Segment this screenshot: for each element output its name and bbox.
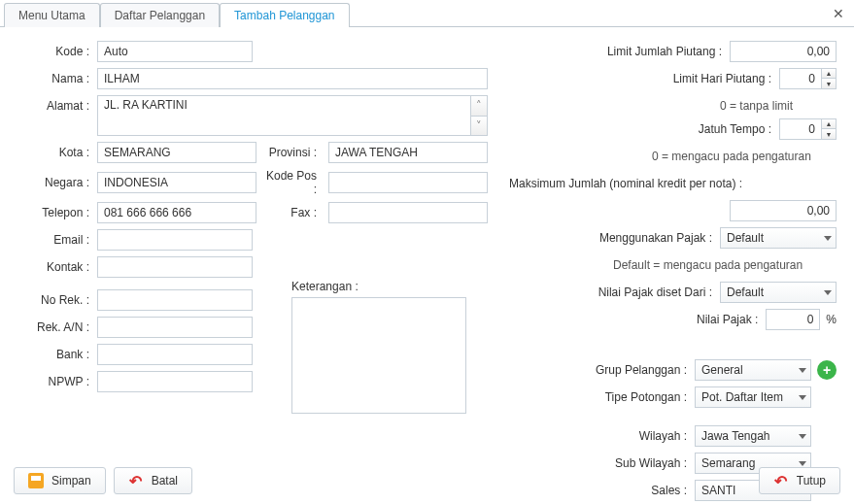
wilayah-label: Wilayah : [639, 429, 695, 443]
left-column: Kode : Nama : Alamat : JL. RA KARTINI ˄ … [17, 41, 488, 454]
limit-hari-spinner[interactable]: ▲ ▼ [779, 68, 837, 89]
tab-tambah-pelanggan[interactable]: Tambah Pelanggan [220, 3, 349, 27]
wilayah-combo[interactable]: Jawa Tengah [695, 425, 811, 447]
tab-bar: Menu Utama Daftar Pelanggan Tambah Pelan… [0, 0, 854, 27]
tutup-label: Tutup [797, 474, 826, 487]
alamat-down-icon[interactable]: ˅ [471, 117, 487, 136]
telepon-label: Telepon : [17, 206, 97, 219]
maks-jumlah-label: Maksimum Jumlah (nominal kredit per nota… [509, 177, 742, 190]
kode-input[interactable] [97, 41, 253, 62]
email-input[interactable] [97, 229, 253, 251]
nama-input[interactable] [97, 68, 488, 89]
limit-jumlah-input[interactable] [730, 41, 837, 62]
form-body: Kode : Nama : Alamat : JL. RA KARTINI ˄ … [0, 27, 854, 454]
tipe-potongan-label: Tipe Potongan : [605, 390, 695, 404]
keterangan-label: Keterangan : [291, 280, 466, 293]
alamat-label: Alamat : [17, 95, 97, 113]
note-tanpa-limit: 0 = tanpa limit [720, 99, 837, 113]
grup-value: General [701, 363, 743, 377]
limit-hari-input[interactable] [779, 68, 822, 89]
chevron-down-icon [799, 434, 806, 439]
chevron-down-icon [799, 395, 806, 400]
norek-label: No Rek. : [17, 293, 97, 307]
close-icon[interactable]: ✕ [833, 6, 844, 21]
simpan-button[interactable]: Simpan [14, 467, 106, 494]
spinner-down-icon[interactable]: ▼ [822, 129, 836, 139]
nilai-pajak-dari-label: Nilai Pajak diset Dari : [598, 286, 720, 299]
kode-label: Kode : [17, 45, 97, 58]
footer: Simpan ↶ Batal ↶ Tutup [0, 457, 854, 504]
save-icon [28, 473, 44, 488]
rekan-label: Rek. A/N : [17, 320, 97, 334]
keterangan-input[interactable] [291, 297, 466, 414]
tipe-potongan-value: Pot. Daftar Item [701, 390, 783, 404]
alamat-input[interactable]: JL. RA KARTINI [97, 95, 471, 136]
chevron-down-icon [799, 368, 806, 373]
grup-label: Grup Pelanggan : [596, 363, 695, 377]
kontak-label: Kontak : [17, 260, 97, 274]
nilai-pajak-dari-value: Default [727, 286, 764, 299]
spinner-down-icon[interactable]: ▼ [822, 79, 836, 88]
spinner-up-icon[interactable]: ▲ [822, 119, 836, 129]
wilayah-value: Jawa Tengah [701, 429, 770, 443]
add-grup-button[interactable]: + [817, 360, 837, 380]
provinsi-label: Provinsi : [262, 146, 323, 159]
right-column: Limit Jumlah Piutang : Limit Hari Piutan… [507, 41, 837, 454]
telepon-input[interactable] [97, 202, 256, 223]
note-default-mengacu: Default = mengacu pada pengaturan [613, 258, 837, 272]
keterangan-group: Keterangan : [291, 280, 466, 417]
fax-input[interactable] [328, 202, 488, 223]
jatuh-tempo-label: Jatuh Tempo : [699, 122, 779, 136]
npwp-label: NPWP : [17, 375, 97, 388]
percent-sign: % [826, 313, 837, 326]
tab-daftar-pelanggan[interactable]: Daftar Pelanggan [100, 3, 220, 27]
norek-input[interactable] [97, 289, 253, 311]
spinner-up-icon[interactable]: ▲ [822, 69, 836, 79]
kodepos-input[interactable] [328, 172, 488, 193]
bank-label: Bank : [17, 348, 97, 361]
jatuh-tempo-input[interactable] [779, 118, 822, 140]
kodepos-label: Kode Pos : [262, 169, 323, 196]
menggunakan-pajak-label: Menggunakan Pajak : [599, 231, 720, 245]
tab-menu-utama[interactable]: Menu Utama [4, 3, 100, 27]
maks-jumlah-input[interactable] [730, 200, 837, 221]
nilai-pajak-dari-combo[interactable]: Default [720, 282, 837, 303]
negara-label: Negara : [17, 176, 97, 189]
npwp-input[interactable] [97, 371, 253, 392]
jatuh-tempo-spinner[interactable]: ▲ ▼ [779, 118, 837, 140]
provinsi-input[interactable] [328, 142, 488, 163]
undo-icon: ↶ [128, 473, 144, 488]
kota-label: Kota : [17, 146, 97, 159]
nama-label: Nama : [17, 72, 97, 85]
alamat-up-icon[interactable]: ˄ [471, 96, 487, 117]
fax-label: Fax : [262, 206, 323, 219]
nilai-pajak-input[interactable] [766, 309, 820, 330]
chevron-down-icon [824, 290, 832, 295]
tutup-button[interactable]: ↶ Tutup [759, 467, 840, 494]
simpan-label: Simpan [51, 474, 91, 487]
note-mengacu: 0 = mengacu pada pengaturan [652, 150, 837, 163]
email-label: Email : [17, 233, 97, 247]
batal-label: Batal [152, 474, 178, 487]
menggunakan-pajak-value: Default [727, 231, 764, 245]
undo-icon: ↶ [773, 473, 789, 488]
kontak-input[interactable] [97, 256, 253, 278]
limit-hari-label: Limit Hari Piutang : [673, 72, 779, 85]
kota-input[interactable] [97, 142, 256, 163]
limit-jumlah-label: Limit Jumlah Piutang : [607, 45, 730, 58]
grup-combo[interactable]: General [695, 359, 811, 381]
bank-input[interactable] [97, 344, 253, 365]
nilai-pajak-label: Nilai Pajak : [697, 313, 766, 326]
batal-button[interactable]: ↶ Batal [114, 467, 192, 494]
chevron-down-icon [824, 236, 832, 241]
negara-input[interactable] [97, 172, 256, 193]
menggunakan-pajak-combo[interactable]: Default [720, 227, 837, 249]
tipe-potongan-combo[interactable]: Pot. Daftar Item [695, 386, 811, 408]
rekan-input[interactable] [97, 317, 253, 338]
